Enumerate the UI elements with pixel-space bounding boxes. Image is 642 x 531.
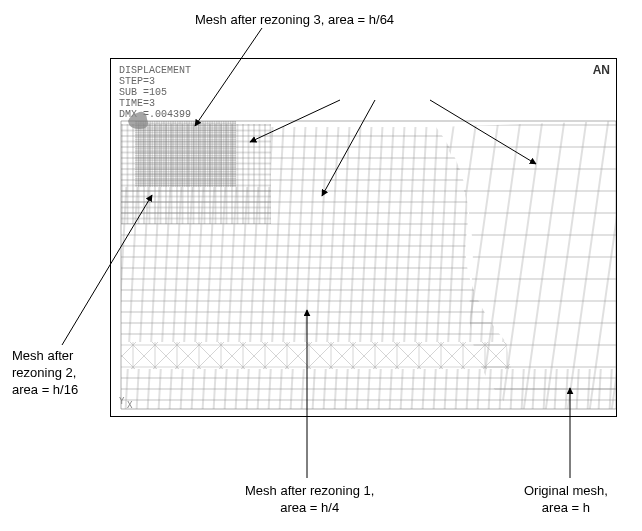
mesh-svg: [111, 59, 616, 416]
plot-box: DISPLACEMENT STEP=3 SUB =105 TIME=3 DMX …: [110, 58, 617, 417]
label-original-mesh: Original mesh, area = h: [524, 483, 608, 517]
label-rezoning-2: Mesh after rezoning 2, area = h/16: [12, 348, 78, 399]
label-rezoning-1: Mesh after rezoning 1, area = h/4: [245, 483, 374, 517]
label-rezoning-3: Mesh after rezoning 3, area = h/64: [195, 12, 394, 29]
